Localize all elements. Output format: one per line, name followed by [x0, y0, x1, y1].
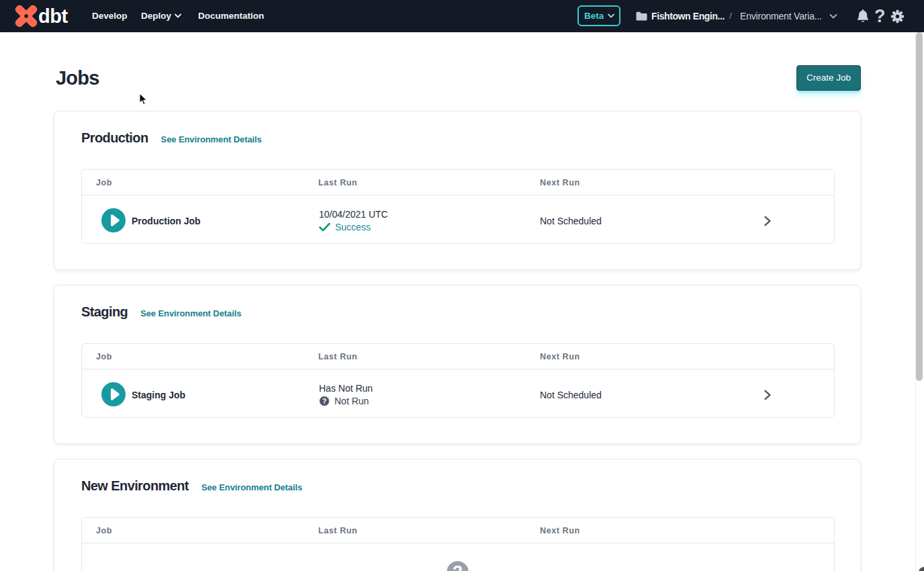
svg-text:?: ? [453, 562, 463, 571]
svg-text:?: ? [322, 397, 327, 405]
